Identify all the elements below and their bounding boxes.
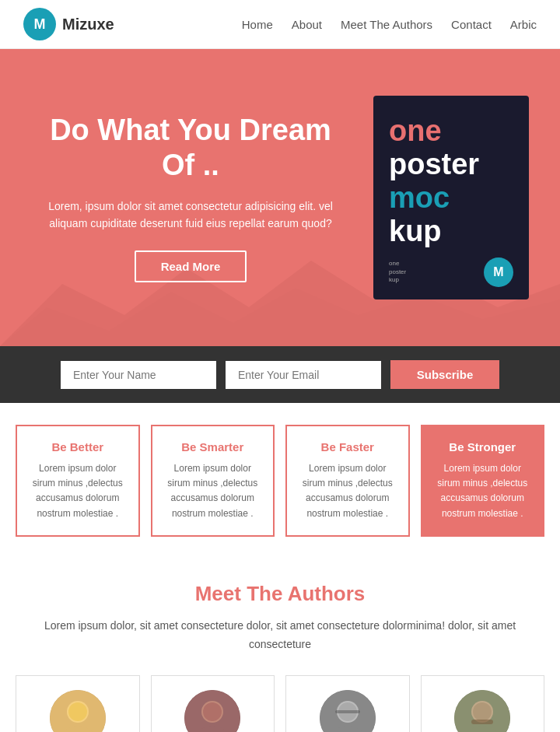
feature-card-1: Be Smarter Lorem ipsum dolor sirum minus… [151, 425, 275, 537]
hero-title: Do What You Dream Of .. [31, 113, 350, 184]
poster-line3: moc [389, 181, 513, 215]
nav-links: Home About Meet The Authors Contact Arbi… [242, 18, 537, 31]
poster-m-badge: M [484, 257, 513, 287]
svg-rect-19 [471, 720, 493, 724]
authors-subtitle: Lorem ipsum dolor, sit amet consecteture… [16, 617, 544, 654]
avatar-svg-2 [320, 690, 376, 732]
author-card-1: Grace Smith co_writer Lorem ipsum dolor … [151, 675, 275, 732]
author-avatar-2 [320, 690, 376, 732]
feature-card-0: Be Better Lorem ipsum dolor sirum minus … [16, 425, 140, 537]
poster-line4: kup [389, 215, 513, 248]
svg-point-9 [203, 702, 222, 721]
hero-poster: one poster moc kup one poster kup M [373, 96, 529, 299]
svg-rect-14 [335, 710, 360, 713]
poster-card: one poster moc kup one poster kup M [373, 96, 529, 299]
feature-desc-2: Lorem ipsum dolor sirum minus ,delectus … [298, 461, 397, 521]
feature-card-3: Be Stronger Lorem ipsum dolor sirum minu… [421, 425, 545, 537]
nav-meet-authors[interactable]: Meet The Authors [341, 18, 432, 31]
feature-title-2: Be Faster [298, 440, 397, 454]
feature-card-2: Be Faster Lorem ipsum dolor sirum minus … [285, 425, 410, 537]
email-input[interactable] [226, 361, 381, 389]
avatar-svg-0 [50, 690, 106, 732]
author-card-0: Susan Williams lead writer Lorem ipsum d… [16, 675, 140, 732]
avatar-svg-1 [184, 690, 240, 732]
read-more-button[interactable]: Read More [135, 250, 247, 282]
nav-arbic[interactable]: Arbic [510, 18, 537, 31]
author-card-2: Johan Doe editor Lorem ipsum dolor sit, … [285, 675, 410, 732]
avatar-svg-3 [454, 690, 510, 732]
logo: M Mizuxe [23, 8, 114, 40]
svg-point-18 [473, 702, 492, 721]
feature-title-3: Be Stronger [433, 440, 533, 454]
feature-title-0: Be Better [28, 440, 128, 454]
feature-desc-3: Lorem ipsum dolor sirum minus ,delectus … [433, 461, 533, 521]
author-avatar-wrap-2 [286, 676, 409, 732]
nav-home[interactable]: Home [242, 18, 273, 31]
logo-text: Mizuxe [62, 16, 114, 33]
nav-contact[interactable]: Contact [451, 18, 492, 31]
author-avatar-3 [454, 690, 510, 732]
name-input[interactable] [61, 361, 216, 389]
poster-footer: one poster kup M [389, 257, 513, 287]
author-avatar-1 [184, 690, 240, 732]
navbar: M Mizuxe Home About Meet The Authors Con… [0, 0, 560, 49]
hero-cta-wrap: Read More [31, 250, 350, 282]
poster-line1: one [389, 114, 513, 148]
hero-description: Lorem, ipsum dolor sit amet consectetur … [43, 198, 338, 233]
feature-desc-0: Lorem ipsum dolor sirum minus ,delectus … [28, 461, 128, 521]
subscribe-bar: Subscribe [0, 346, 560, 403]
svg-point-5 [68, 702, 87, 721]
logo-icon: M [23, 8, 56, 40]
nav-about[interactable]: About [292, 18, 322, 31]
authors-grid: Susan Williams lead writer Lorem ipsum d… [16, 675, 544, 732]
subscribe-button[interactable]: Subscribe [390, 360, 499, 389]
author-avatar-wrap-3 [422, 676, 544, 732]
feature-title-1: Be Smarter [163, 440, 263, 454]
authors-section: Meet The Authors Lorem ipsum dolor, sit … [0, 559, 560, 732]
feature-desc-1: Lorem ipsum dolor sirum minus ,delectus … [163, 461, 263, 521]
poster-footer-text: one poster kup [389, 260, 406, 284]
hero-section: Do What You Dream Of .. Lorem, ipsum dol… [0, 49, 560, 346]
author-avatar-0 [50, 690, 106, 732]
authors-title: Meet The Authors [16, 582, 544, 606]
hero-content: Do What You Dream Of .. Lorem, ipsum dol… [31, 113, 350, 283]
author-card-3: Kevin Swanson designer Lorem ipsum dolor… [421, 675, 545, 732]
poster-line2: poster [389, 148, 513, 181]
author-avatar-wrap-0 [16, 676, 139, 732]
features-section: Be Better Lorem ipsum dolor sirum minus … [0, 403, 560, 559]
author-avatar-wrap-1 [152, 676, 275, 732]
